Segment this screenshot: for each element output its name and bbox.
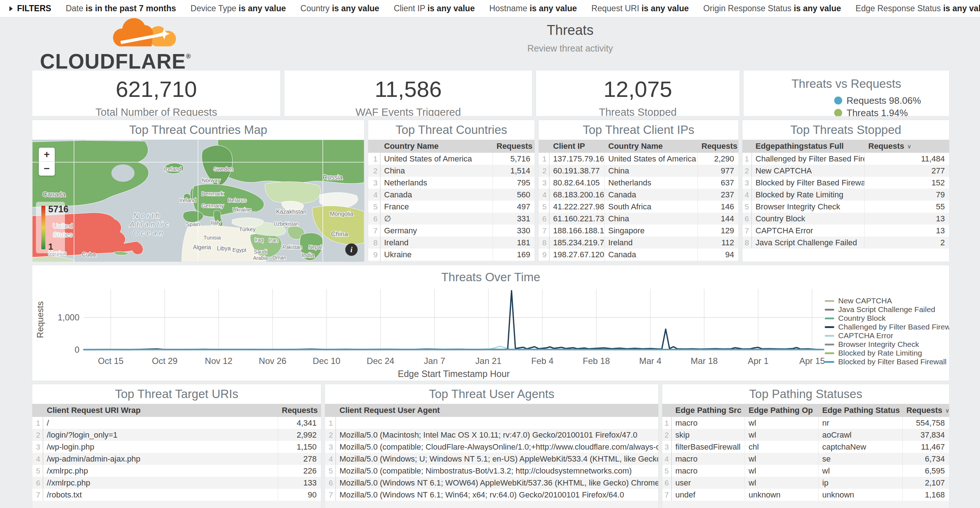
table-row[interactable]: 468.183.200.167Canada237 xyxy=(539,189,738,201)
filters-toggle[interactable]: FILTERS xyxy=(10,4,51,13)
x-tick-label: Oct 15 xyxy=(98,356,124,366)
map-zoom-in-button[interactable]: + xyxy=(39,148,55,162)
column-header-client-request-user-agent[interactable]: Client Request User Agent xyxy=(336,404,658,417)
table-row[interactable]: 541.222.227.98South Africa146 xyxy=(539,201,738,213)
table-row[interactable]: 1macrowlnr554,758 xyxy=(662,417,949,429)
column-header-country-name[interactable]: Country Name xyxy=(605,140,698,153)
column-header-client-request-uri-wrap[interactable]: Client Request URI Wrap xyxy=(43,404,278,417)
filter-item-date[interactable]: Date is in the past 7 months xyxy=(66,4,176,13)
table-row[interactable]: 6∅331 xyxy=(368,213,535,225)
table-row[interactable]: 9198.27.67.120Canada94 xyxy=(539,248,738,261)
table-row[interactable]: 7undefunknownunknown1,168 xyxy=(662,489,949,501)
map-zoom-out-button[interactable]: − xyxy=(39,162,55,176)
table-row[interactable]: 8Ireland181 xyxy=(368,237,535,248)
row-number: 2 xyxy=(32,429,43,441)
column-header-country-name[interactable]: Country Name xyxy=(380,140,493,153)
filter-items: Date is in the past 7 monthsDevice Type … xyxy=(66,4,980,13)
table-row[interactable]: 10Singapore158 xyxy=(368,261,535,262)
world-map[interactable]: CanadaUnitedStatesMexicoCubaIcelandIrela… xyxy=(32,140,364,262)
table-row[interactable]: 3Mozilla/5.0 (compatible; CloudFlare-Alw… xyxy=(325,441,658,453)
filter-item-edge-response-status[interactable]: Edge Response Status is any value xyxy=(856,4,980,13)
table-row[interactable]: 6userwlip2,107 xyxy=(662,477,949,489)
table-row[interactable]: 4Canada560 xyxy=(368,189,535,201)
table-row[interactable]: 1 xyxy=(325,417,658,429)
table-row[interactable]: 260.191.38.77China977 xyxy=(539,165,738,177)
filter-item-client-ip[interactable]: Client IP is any value xyxy=(394,4,475,13)
table-cell: 2,107 xyxy=(903,477,949,489)
table-row[interactable]: 5/xmlrpc.php226 xyxy=(32,465,321,477)
map-info-icon[interactable]: i xyxy=(345,244,358,256)
top-threats-stopped-table: Edgepathingstatus FullRequests∨1Challeng… xyxy=(743,140,949,262)
column-header-edge-pathing-op[interactable]: Edge Pathing Op xyxy=(745,404,819,417)
table-row[interactable]: 6Country Block13 xyxy=(743,213,949,225)
table-row[interactable]: 7/robots.txt90 xyxy=(32,489,321,501)
table-row[interactable]: 4Blocked by Rate Limiting79 xyxy=(743,189,949,201)
column-header-edgepathingstatus-full[interactable]: Edgepathingstatus Full xyxy=(752,140,865,153)
chart-legend-item[interactable]: Java Script Challenge Failed xyxy=(825,305,950,314)
chart-legend-item[interactable]: Country Block xyxy=(825,314,950,323)
table-row[interactable]: 1/4,341 xyxy=(32,417,321,429)
table-cell: wl xyxy=(745,465,819,477)
column-header-requests[interactable]: Requests∨ xyxy=(493,140,535,153)
chart-legend-item[interactable]: CAPTCHA Error xyxy=(825,331,950,340)
table-row[interactable]: 5Mozilla/5.0 (compatible; Nimbostratus-B… xyxy=(325,465,658,477)
table-row[interactable]: 5France497 xyxy=(368,201,535,213)
x-tick-label: Oct 29 xyxy=(152,356,178,366)
chart-legend-item[interactable]: Blocked by Rate Limiting xyxy=(825,349,950,357)
filter-item-request-uri[interactable]: Request URI is any value xyxy=(592,4,689,13)
table-cell: macro xyxy=(672,453,745,465)
filter-item-hostname[interactable]: Hostname is any value xyxy=(489,4,577,13)
table-row[interactable]: 2New CAPTCHA277 xyxy=(743,165,949,177)
column-header-requests[interactable]: Requests∨ xyxy=(903,404,949,417)
sort-chevron-icon[interactable]: ∨ xyxy=(907,143,912,150)
table-row[interactable]: 9Ukraine169 xyxy=(368,248,535,261)
table-row[interactable]: 2China1,514 xyxy=(368,165,535,177)
table-row[interactable]: 4Mozilla/5.0 (Windows; U; Windows NT 5.1… xyxy=(325,453,658,465)
column-header-client-ip[interactable]: Client IP xyxy=(549,140,605,153)
filter-item-origin-response-status[interactable]: Origin Response Status is any value xyxy=(703,4,841,13)
table-row[interactable]: 1061.160.247.137China90 xyxy=(539,261,738,262)
table-row[interactable]: 3/wp-login.php1,150 xyxy=(32,441,321,453)
filter-item-device-type[interactable]: Device Type is any value xyxy=(191,4,286,13)
column-header-requests[interactable]: Requests∨ xyxy=(278,404,321,417)
table-row[interactable]: 7188.166.188.152Singapore129 xyxy=(539,225,738,237)
chart-legend-item[interactable]: Browser Integrity Check xyxy=(825,340,950,349)
chart-legend-item[interactable]: New CAPTCHA xyxy=(825,296,950,305)
table-row[interactable]: 2/login/?login_only=12,992 xyxy=(32,429,321,441)
table-row[interactable]: 1Challenged by Filter Based Firewall11,4… xyxy=(743,153,949,165)
table-row[interactable]: 2Mozilla/5.0 (Macintosh; Intel Mac OS X … xyxy=(325,429,658,441)
table-row[interactable]: 8185.234.219.70Ireland112 xyxy=(539,237,738,248)
table-row[interactable]: 7Germany330 xyxy=(368,225,535,237)
table-row[interactable]: 4/wp-admin/admin-ajax.php278 xyxy=(32,453,321,465)
table-row[interactable]: 1137.175.79.166United States of America2… xyxy=(539,153,738,165)
table-row[interactable]: 3Netherlands795 xyxy=(368,177,535,189)
table-row[interactable]: 4macrowlse6,734 xyxy=(662,453,949,465)
table-row[interactable]: 5macrowlwl6,595 xyxy=(662,465,949,477)
table-row[interactable]: 380.82.64.105Netherlands637 xyxy=(539,177,738,189)
table-row[interactable]: 1United States of America5,716 xyxy=(368,153,535,165)
filter-item-country[interactable]: Country is any value xyxy=(300,4,379,13)
table-row[interactable]: 3filterBasedFirewallchlcaptchaNew11,467 xyxy=(662,441,949,453)
column-header-edge-pathing-src[interactable]: Edge Pathing Src xyxy=(672,404,745,417)
column-header-requests[interactable]: Requests∨ xyxy=(865,140,949,153)
table-row[interactable]: 661.160.221.73China144 xyxy=(539,213,738,225)
table-cell: wl xyxy=(745,477,819,489)
chart-legend-item[interactable]: Blocked by Filter Based Firewall xyxy=(825,357,950,366)
table-row[interactable]: 2skipwlaoCrawl37,834 xyxy=(662,429,949,441)
chart-legend-item[interactable]: Challenged by Filter Based Firewall xyxy=(825,323,950,331)
column-header-requests[interactable]: Requests∨ xyxy=(698,140,738,153)
table-row[interactable]: 7CAPTCHA Error13 xyxy=(743,225,949,237)
column-header-edge-pathing-status[interactable]: Edge Pathing Status xyxy=(819,404,903,417)
table-row[interactable]: 8Java Script Challenge Failed2 xyxy=(743,237,949,248)
table-row[interactable]: 6Mozilla/5.0 (Windows NT 6.1; WOW64) App… xyxy=(325,477,658,489)
kpi-value: 12,075 xyxy=(536,76,740,102)
table-row[interactable]: 3Blocked by Filter Based Firewall152 xyxy=(743,177,949,189)
table-row[interactable]: 6//xmlrpc.php133 xyxy=(32,477,321,489)
table-row[interactable]: 5Browser Integrity Check55 xyxy=(743,201,949,213)
row-number-header xyxy=(32,404,43,417)
top-threats-stopped-card: Top Threats Stopped Edgepathingstatus Fu… xyxy=(742,120,950,262)
table-header: Edgepathingstatus FullRequests∨ xyxy=(743,140,949,153)
table-row[interactable]: 7Mozilla/5.0 (Windows NT 6.1; Win64; x64… xyxy=(325,489,658,501)
sort-chevron-icon[interactable]: ∨ xyxy=(321,407,321,414)
sort-chevron-icon[interactable]: ∨ xyxy=(945,407,949,414)
